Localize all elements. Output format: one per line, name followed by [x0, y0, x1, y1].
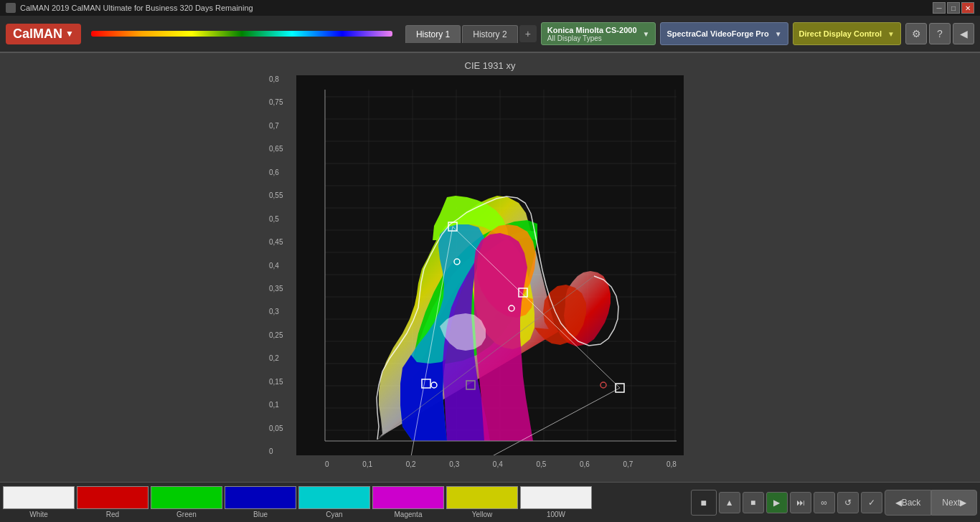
display-name: Direct Display Control	[799, 29, 882, 38]
cie-chart-container: 0,8 0,75 0,7 0,65 0,6 0,55 0,5 0,45 0,4 …	[296, 75, 684, 455]
skip-end-button[interactable]: ⏭	[790, 492, 811, 513]
tab-history2[interactable]: History 2	[462, 25, 517, 43]
svg-marker-35	[400, 355, 447, 441]
blue-label: Blue	[253, 511, 268, 518]
meter-arrow: ▼	[643, 30, 650, 38]
cyan-label: Cyan	[326, 511, 342, 518]
back-arrow-icon-button[interactable]: ◀	[953, 23, 974, 44]
chart-title: CIE 1931 xy	[465, 60, 516, 71]
magenta-label: Magenta	[395, 511, 423, 518]
yellow-label: Yellow	[472, 511, 493, 518]
green-label: Green	[176, 511, 197, 518]
titlebar-title: CalMAN 2019 CalMAN Ultimate for Business…	[20, 4, 253, 12]
red-label: Red	[106, 511, 119, 518]
back-label: Back	[902, 498, 921, 508]
minimize-button[interactable]: ─	[933, 2, 946, 14]
pattern-name: SpectraCal VideoForge Pro	[666, 29, 768, 38]
scroll-up-button[interactable]: ▲	[719, 492, 740, 513]
swatch-yellow: Yellow	[446, 486, 518, 518]
device-selector-pattern[interactable]: SpectraCal VideoForge Pro ▼	[660, 22, 788, 45]
meter-name: Konica Minolta CS-2000	[547, 26, 637, 34]
close-button[interactable]: ✕	[961, 2, 974, 14]
logo-label: CalMAN	[13, 27, 62, 42]
maximize-button[interactable]: □	[947, 2, 960, 14]
titlebar: CalMAN 2019 CalMAN Ultimate for Business…	[0, 0, 980, 16]
100w-swatch[interactable]	[520, 486, 592, 509]
swatch-white: White	[3, 486, 75, 518]
device-selector-meter[interactable]: Konica Minolta CS-2000 All Display Types…	[541, 22, 656, 45]
swatch-100w: 100W	[520, 486, 592, 518]
bottom-right-controls: ■ ▲ ■ ▶ ⏭ ∞ ↺ ✓ ◀ Back Next ▶	[691, 490, 977, 516]
pattern-arrow: ▼	[775, 30, 782, 38]
back-button[interactable]: ◀ Back	[885, 490, 932, 516]
display-arrow: ▼	[887, 30, 895, 38]
next-arrow-icon: ▶	[960, 498, 966, 508]
swatch-magenta: Magenta	[372, 486, 444, 518]
dark-mode-button[interactable]: ■	[691, 490, 717, 516]
100w-label: 100W	[547, 511, 565, 518]
play-button[interactable]: ▶	[766, 492, 788, 513]
stop-button[interactable]: ■	[743, 492, 764, 513]
red-swatch[interactable]	[77, 486, 149, 509]
next-button[interactable]: Next ▶	[931, 490, 977, 516]
nav-buttons: ◀ Back Next ▶	[885, 490, 977, 516]
blue-swatch[interactable]	[225, 486, 296, 509]
x-axis-labels: 0 0,1 0,2 0,3 0,4 0,5 0,6 0,7 0,8	[325, 460, 677, 468]
green-swatch[interactable]	[151, 486, 222, 509]
tab-history1[interactable]: History 1	[405, 25, 461, 43]
meter-sub: All Display Types	[547, 34, 637, 42]
bottombar: White Red Green Blue Cyan Magenta Yellow…	[0, 482, 980, 522]
y-axis-labels: 0,8 0,75 0,7 0,65 0,6 0,55 0,5 0,45 0,4 …	[269, 75, 283, 455]
swatch-blue: Blue	[225, 486, 296, 518]
settings-icon-button[interactable]: ⚙	[905, 23, 927, 44]
calman-logo-button[interactable]: CalMAN ▼	[6, 24, 81, 44]
confirm-button[interactable]: ✓	[861, 492, 882, 513]
topbar: CalMAN ▼ History 1 History 2 + Konica Mi…	[0, 16, 980, 53]
help-icon-button[interactable]: ?	[929, 23, 951, 44]
devices-area: Konica Minolta CS-2000 All Display Types…	[541, 22, 974, 45]
rainbow-bar	[91, 31, 392, 37]
white-swatch[interactable]	[3, 486, 75, 509]
back-arrow-icon: ◀	[895, 498, 902, 508]
tab-add-button[interactable]: +	[519, 25, 537, 42]
top-icons: ⚙ ? ◀	[905, 23, 974, 44]
loop-button[interactable]: ∞	[814, 492, 835, 513]
swatch-green: Green	[151, 486, 222, 518]
magenta-swatch[interactable]	[372, 486, 444, 509]
swatch-red: Red	[77, 486, 149, 518]
cyan-swatch[interactable]	[298, 486, 370, 509]
main-content: CIE 1931 xy 0,8 0,75 0,7 0,65 0,6 0,55 0…	[0, 53, 980, 482]
next-label: Next	[942, 498, 960, 508]
swatch-cyan: Cyan	[298, 486, 370, 518]
chart-area: CIE 1931 xy 0,8 0,75 0,7 0,65 0,6 0,55 0…	[0, 53, 980, 482]
cie-chart-svg	[296, 75, 684, 455]
white-label: White	[29, 511, 48, 518]
refresh-button[interactable]: ↺	[837, 492, 859, 513]
tabs-row: History 1 History 2 +	[405, 25, 537, 43]
device-selector-display[interactable]: Direct Display Control ▼	[793, 22, 901, 45]
logo-arrow: ▼	[65, 29, 74, 39]
app-icon	[6, 3, 16, 13]
yellow-swatch[interactable]	[446, 486, 518, 509]
